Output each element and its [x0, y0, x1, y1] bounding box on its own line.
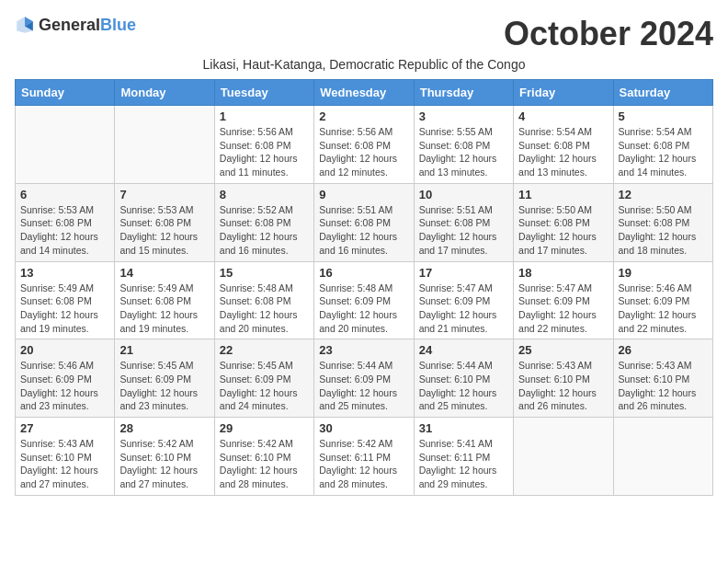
calendar-cell: 5Sunrise: 5:54 AM Sunset: 6:08 PM Daylig… — [613, 106, 712, 184]
day-info: Sunrise: 5:48 AM Sunset: 6:08 PM Dayligh… — [220, 282, 309, 336]
day-info: Sunrise: 5:53 AM Sunset: 6:08 PM Dayligh… — [20, 203, 109, 258]
calendar-cell: 8Sunrise: 5:52 AM Sunset: 6:08 PM Daylig… — [214, 183, 313, 261]
calendar-cell: 15Sunrise: 5:48 AM Sunset: 6:08 PM Dayli… — [214, 261, 313, 339]
day-info: Sunrise: 5:42 AM Sunset: 6:10 PM Dayligh… — [119, 437, 209, 491]
day-number: 22 — [220, 343, 309, 357]
calendar-week-5: 27Sunrise: 5:43 AM Sunset: 6:10 PM Dayli… — [16, 418, 713, 496]
month-title: October 2024 — [504, 15, 713, 53]
day-info: Sunrise: 5:42 AM Sunset: 6:11 PM Dayligh… — [319, 437, 408, 491]
day-info: Sunrise: 5:45 AM Sunset: 6:09 PM Dayligh… — [220, 359, 309, 413]
day-info: Sunrise: 5:47 AM Sunset: 6:09 PM Dayligh… — [518, 282, 608, 336]
calendar-week-4: 20Sunrise: 5:46 AM Sunset: 6:09 PM Dayli… — [16, 339, 713, 418]
weekday-header-wednesday: Wednesday — [314, 80, 414, 106]
day-info: Sunrise: 5:53 AM Sunset: 6:08 PM Dayligh… — [119, 203, 209, 258]
day-info: Sunrise: 5:46 AM Sunset: 6:09 PM Dayligh… — [619, 282, 708, 336]
calendar-cell: 28Sunrise: 5:42 AM Sunset: 6:10 PM Dayli… — [115, 418, 214, 496]
calendar-cell — [613, 418, 712, 496]
day-number: 12 — [619, 188, 708, 201]
calendar-header: SundayMondayTuesdayWednesdayThursdayFrid… — [16, 80, 713, 106]
day-number: 29 — [220, 421, 309, 435]
calendar-cell: 29Sunrise: 5:42 AM Sunset: 6:10 PM Dayli… — [214, 418, 313, 496]
day-number: 4 — [518, 109, 608, 123]
calendar-cell: 31Sunrise: 5:41 AM Sunset: 6:11 PM Dayli… — [414, 418, 513, 496]
calendar-cell: 25Sunrise: 5:43 AM Sunset: 6:10 PM Dayli… — [514, 339, 613, 418]
day-info: Sunrise: 5:48 AM Sunset: 6:09 PM Dayligh… — [319, 282, 408, 336]
day-number: 1 — [220, 109, 309, 123]
day-number: 20 — [20, 343, 109, 357]
weekday-header-friday: Friday — [514, 80, 613, 106]
day-number: 21 — [119, 343, 209, 357]
calendar-cell: 17Sunrise: 5:47 AM Sunset: 6:09 PM Dayli… — [414, 261, 513, 339]
logo-blue: Blue — [100, 16, 136, 34]
day-info: Sunrise: 5:51 AM Sunset: 6:08 PM Dayligh… — [419, 203, 508, 258]
calendar-week-1: 1Sunrise: 5:56 AM Sunset: 6:08 PM Daylig… — [16, 106, 713, 184]
weekday-header-saturday: Saturday — [613, 80, 712, 106]
day-info: Sunrise: 5:41 AM Sunset: 6:11 PM Dayligh… — [419, 437, 508, 491]
calendar-subtitle: Likasi, Haut-Katanga, Democratic Republi… — [15, 57, 713, 72]
logo-text: GeneralBlue — [39, 16, 136, 35]
calendar-cell: 13Sunrise: 5:49 AM Sunset: 6:08 PM Dayli… — [16, 261, 115, 339]
day-info: Sunrise: 5:50 AM Sunset: 6:08 PM Dayligh… — [619, 203, 708, 258]
calendar-body: 1Sunrise: 5:56 AM Sunset: 6:08 PM Daylig… — [16, 106, 713, 496]
weekday-header-row: SundayMondayTuesdayWednesdayThursdayFrid… — [16, 80, 713, 106]
day-number: 14 — [119, 266, 209, 280]
day-number: 7 — [119, 188, 209, 201]
calendar-cell: 9Sunrise: 5:51 AM Sunset: 6:08 PM Daylig… — [314, 183, 414, 261]
day-info: Sunrise: 5:54 AM Sunset: 6:08 PM Dayligh… — [619, 125, 708, 179]
day-number: 3 — [419, 109, 508, 123]
day-info: Sunrise: 5:49 AM Sunset: 6:08 PM Dayligh… — [119, 282, 209, 336]
calendar-cell — [16, 106, 115, 184]
day-number: 25 — [518, 343, 608, 357]
day-info: Sunrise: 5:43 AM Sunset: 6:10 PM Dayligh… — [619, 359, 708, 413]
day-info: Sunrise: 5:51 AM Sunset: 6:08 PM Dayligh… — [319, 203, 408, 258]
day-info: Sunrise: 5:55 AM Sunset: 6:08 PM Dayligh… — [419, 125, 508, 179]
day-info: Sunrise: 5:43 AM Sunset: 6:10 PM Dayligh… — [518, 359, 608, 413]
calendar-week-2: 6Sunrise: 5:53 AM Sunset: 6:08 PM Daylig… — [16, 183, 713, 261]
day-number: 6 — [20, 188, 109, 201]
calendar-cell: 26Sunrise: 5:43 AM Sunset: 6:10 PM Dayli… — [613, 339, 712, 418]
calendar-cell: 2Sunrise: 5:56 AM Sunset: 6:08 PM Daylig… — [314, 106, 414, 184]
calendar-cell: 27Sunrise: 5:43 AM Sunset: 6:10 PM Dayli… — [16, 418, 115, 496]
calendar-cell: 16Sunrise: 5:48 AM Sunset: 6:09 PM Dayli… — [314, 261, 414, 339]
calendar-cell: 7Sunrise: 5:53 AM Sunset: 6:08 PM Daylig… — [115, 183, 214, 261]
weekday-header-monday: Monday — [115, 80, 214, 106]
calendar-cell: 20Sunrise: 5:46 AM Sunset: 6:09 PM Dayli… — [16, 339, 115, 418]
day-number: 17 — [419, 266, 508, 280]
calendar-week-3: 13Sunrise: 5:49 AM Sunset: 6:08 PM Dayli… — [16, 261, 713, 339]
day-info: Sunrise: 5:46 AM Sunset: 6:09 PM Dayligh… — [20, 359, 109, 413]
day-number: 30 — [319, 421, 408, 435]
day-number: 28 — [119, 421, 209, 435]
day-number: 8 — [220, 188, 309, 201]
calendar-cell: 30Sunrise: 5:42 AM Sunset: 6:11 PM Dayli… — [314, 418, 414, 496]
day-number: 19 — [619, 266, 708, 280]
day-number: 18 — [518, 266, 608, 280]
calendar-cell: 10Sunrise: 5:51 AM Sunset: 6:08 PM Dayli… — [414, 183, 513, 261]
day-info: Sunrise: 5:47 AM Sunset: 6:09 PM Dayligh… — [419, 282, 508, 336]
weekday-header-thursday: Thursday — [414, 80, 513, 106]
calendar-cell: 3Sunrise: 5:55 AM Sunset: 6:08 PM Daylig… — [414, 106, 513, 184]
day-number: 11 — [518, 188, 608, 201]
day-number: 24 — [419, 343, 508, 357]
calendar-cell: 6Sunrise: 5:53 AM Sunset: 6:08 PM Daylig… — [16, 183, 115, 261]
calendar-cell — [115, 106, 214, 184]
calendar-cell: 4Sunrise: 5:54 AM Sunset: 6:08 PM Daylig… — [514, 106, 613, 184]
calendar-cell: 12Sunrise: 5:50 AM Sunset: 6:08 PM Dayli… — [613, 183, 712, 261]
day-info: Sunrise: 5:52 AM Sunset: 6:08 PM Dayligh… — [220, 203, 309, 258]
day-number: 9 — [319, 188, 408, 201]
logo-icon — [15, 15, 35, 35]
day-info: Sunrise: 5:56 AM Sunset: 6:08 PM Dayligh… — [319, 125, 408, 179]
calendar-cell: 19Sunrise: 5:46 AM Sunset: 6:09 PM Dayli… — [613, 261, 712, 339]
calendar-cell: 24Sunrise: 5:44 AM Sunset: 6:10 PM Dayli… — [414, 339, 513, 418]
calendar-cell — [514, 418, 613, 496]
calendar-table: SundayMondayTuesdayWednesdayThursdayFrid… — [15, 79, 713, 496]
day-info: Sunrise: 5:54 AM Sunset: 6:08 PM Dayligh… — [518, 125, 608, 179]
day-info: Sunrise: 5:49 AM Sunset: 6:08 PM Dayligh… — [20, 282, 109, 336]
weekday-header-sunday: Sunday — [16, 80, 115, 106]
day-info: Sunrise: 5:45 AM Sunset: 6:09 PM Dayligh… — [119, 359, 209, 413]
calendar-cell: 14Sunrise: 5:49 AM Sunset: 6:08 PM Dayli… — [115, 261, 214, 339]
day-number: 5 — [619, 109, 708, 123]
day-info: Sunrise: 5:43 AM Sunset: 6:10 PM Dayligh… — [20, 437, 109, 491]
day-number: 15 — [220, 266, 309, 280]
day-number: 27 — [20, 421, 109, 435]
calendar-cell: 21Sunrise: 5:45 AM Sunset: 6:09 PM Dayli… — [115, 339, 214, 418]
